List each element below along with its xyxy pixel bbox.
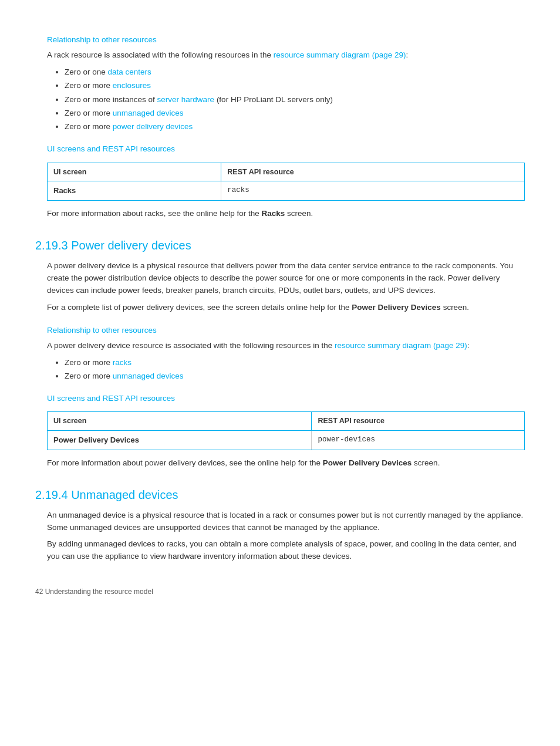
section2-rel-intro-text: A power delivery device resource is asso…: [47, 341, 335, 350]
section1-intro-text: A rack resource is associated with the f…: [47, 50, 274, 59]
section2-para2: For a complete list of power delivery de…: [47, 302, 525, 314]
table2-col1-header: UI screen: [48, 412, 312, 430]
bullet5-link[interactable]: power delivery devices: [113, 122, 193, 131]
table2-row1-col1: Power Delivery Devices: [48, 431, 312, 450]
bullet3-link[interactable]: server hardware: [157, 95, 215, 104]
list-item: Zero or more unmanaged devices: [65, 370, 525, 382]
table1-col1-header: UI screen: [48, 163, 221, 181]
bullet2-link[interactable]: enclosures: [113, 81, 151, 90]
section1-heading: Relationship to other resources: [47, 34, 525, 46]
section1-intro-end: :: [406, 50, 409, 59]
table2-footer-text: For more information about power deliver…: [47, 458, 323, 467]
table1-row1-col2: racks: [221, 181, 524, 200]
page-number: 42: [35, 588, 43, 596]
s2-bullet2-link[interactable]: unmanaged devices: [113, 372, 184, 380]
table1-heading: UI screens and REST API resources: [47, 143, 525, 155]
bullet1-link[interactable]: data centers: [108, 67, 151, 76]
table1-container: UI screen REST API resource Racks racks: [47, 163, 525, 201]
table-row: Power Delivery Devices power-devices: [48, 431, 524, 450]
section2-rel-heading: Relationship to other resources: [47, 325, 525, 336]
table2-heading: UI screens and REST API resources: [47, 393, 525, 404]
table2-footer-bold: Power Delivery Devices: [323, 458, 412, 467]
list-item: Zero or one data centers: [65, 66, 525, 78]
section3-para1: An unmanaged device is a physical resour…: [47, 509, 525, 534]
table1: UI screen REST API resource Racks racks: [48, 163, 524, 200]
bullet1-prefix: Zero or one: [65, 67, 108, 76]
section2-para2-end: screen.: [441, 303, 469, 312]
table2: UI screen REST API resource Power Delive…: [48, 412, 524, 449]
section2-para2-text: For a complete list of power delivery de…: [47, 303, 352, 312]
table1-col2-header: REST API resource: [221, 163, 524, 181]
table-row: Racks racks: [48, 181, 524, 200]
bullet4-prefix: Zero or more: [65, 109, 113, 117]
list-item: Zero or more instances of server hardwar…: [65, 94, 525, 106]
section2-rel-intro-link[interactable]: resource summary diagram (page 29): [335, 341, 467, 350]
s2-bullet1-prefix: Zero or more: [65, 358, 113, 367]
footer-text: Understanding the resource model: [43, 588, 153, 596]
bullet3-suffix: (for HP ProLiant DL servers only): [214, 95, 333, 104]
s2-bullet1-link[interactable]: racks: [113, 358, 131, 367]
section1-intro-link[interactable]: resource summary diagram (page 29): [274, 50, 406, 59]
list-item: Zero or more unmanaged devices: [65, 107, 525, 119]
page-footer: 42 Understanding the resource model: [35, 586, 525, 597]
table1-footer: For more information about racks, see th…: [47, 208, 525, 220]
section2-number: 2.19.3: [35, 239, 68, 252]
section2-para1: A power delivery device is a physical re…: [47, 260, 525, 297]
section1-intro-paragraph: A rack resource is associated with the f…: [47, 49, 525, 62]
section2-title: 2.19.3 Power delivery devices: [35, 237, 525, 254]
bullet2-prefix: Zero or more: [65, 81, 113, 90]
section3-number: 2.19.4: [35, 488, 68, 501]
section1-bullet-list: Zero or one data centers Zero or more en…: [65, 66, 525, 133]
bullet5-prefix: Zero or more: [65, 122, 113, 131]
list-item: Zero or more power delivery devices: [65, 121, 525, 133]
bullet3-prefix: Zero or more instances of: [65, 95, 157, 104]
section2-para2-bold: Power Delivery Devices: [352, 303, 441, 312]
table2-col2-header: REST API resource: [312, 412, 524, 430]
table1-footer-bold: Racks: [261, 209, 285, 218]
table2-footer: For more information about power deliver…: [47, 457, 525, 470]
table2-container: UI screen REST API resource Power Delive…: [47, 411, 525, 450]
section2-bullet-list: Zero or more racks Zero or more unmanage…: [65, 357, 525, 383]
table2-footer-end: screen.: [411, 458, 440, 467]
section3-para2: By adding unmanaged devices to racks, yo…: [47, 538, 525, 563]
section3-title: 2.19.4 Unmanaged devices: [35, 486, 525, 504]
section2-rel-intro: A power delivery device resource is asso…: [47, 340, 525, 352]
s2-bullet2-prefix: Zero or more: [65, 372, 113, 380]
section3-title-text: Unmanaged devices: [68, 488, 178, 501]
table1-footer-end: screen.: [285, 209, 313, 218]
table1-row1-col1: Racks: [48, 181, 221, 200]
list-item: Zero or more enclosures: [65, 80, 525, 92]
list-item: Zero or more racks: [65, 357, 525, 369]
section2-rel-intro-end: :: [467, 341, 470, 350]
table1-footer-text: For more information about racks, see th…: [47, 209, 261, 218]
table2-row1-col2: power-devices: [312, 431, 524, 450]
section2-title-text: Power delivery devices: [68, 239, 191, 252]
bullet4-link[interactable]: unmanaged devices: [113, 109, 184, 117]
